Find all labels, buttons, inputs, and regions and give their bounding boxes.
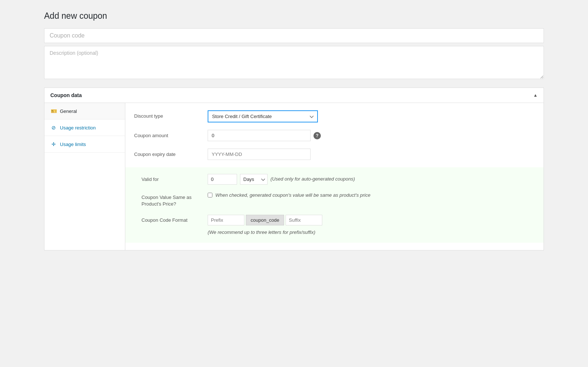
valid-for-label: Valid for — [141, 174, 208, 183]
days-select[interactable]: Days Weeks Months — [240, 174, 268, 185]
sidebar-item-usage-restriction[interactable]: ⊘ Usage restriction — [44, 120, 125, 136]
restriction-icon: ⊘ — [50, 125, 57, 131]
suffix-input[interactable] — [286, 215, 322, 225]
panel-header-title: Coupon data — [50, 92, 82, 98]
sidebar-item-usage-limits-label: Usage limits — [60, 142, 86, 147]
coupon-amount-label: Coupon amount — [134, 130, 208, 138]
days-select-wrapper: Days Weeks Months — [240, 174, 268, 185]
discount-type-select[interactable]: Percentage discount Fixed cart discount … — [208, 110, 318, 122]
coupon-expiry-row: Coupon expiry date — [134, 149, 535, 160]
coupon-value-same-description: When checked, generated coupon's value w… — [215, 192, 370, 199]
panel-toggle-icon[interactable]: ▲ — [533, 93, 538, 98]
coupon-code-format-note: (We recommend up to three letters for pr… — [208, 227, 431, 236]
discount-type-select-wrapper: Percentage discount Fixed cart discount … — [208, 110, 318, 122]
panel-body: 🎫 General ⊘ Usage restriction ✛ Usage li… — [44, 103, 544, 250]
discount-type-row: Discount type Percentage discount Fixed … — [134, 110, 535, 122]
sidebar-item-usage-limits[interactable]: ✛ Usage limits — [44, 136, 125, 153]
coupon-code-format-control: coupon_code (We recommend up to three le… — [208, 215, 535, 236]
ticket-icon: 🎫 — [50, 108, 57, 114]
prefix-input[interactable] — [208, 215, 244, 225]
coupon-expiry-label: Coupon expiry date — [134, 149, 208, 157]
limits-icon: ✛ — [50, 141, 57, 147]
coupon-value-same-control: When checked, generated coupon's value w… — [208, 192, 535, 199]
coupon-expiry-input[interactable] — [208, 149, 311, 160]
valid-for-control: Days Weeks Months (Used only for auto-ge… — [208, 174, 535, 185]
coupon-value-same-label: Coupon Value Same as Product's Price? — [141, 192, 208, 207]
coupon-value-same-checkbox-wrapper: When checked, generated coupon's value w… — [208, 192, 370, 199]
coupon-code-badge: coupon_code — [246, 215, 284, 225]
discount-type-control: Percentage discount Fixed cart discount … — [208, 110, 535, 122]
green-section: Valid for Days Weeks Months (Used only f — [125, 167, 544, 243]
sidebar-nav: 🎫 General ⊘ Usage restriction ✛ Usage li… — [44, 103, 125, 250]
main-content: Discount type Percentage discount Fixed … — [125, 103, 544, 250]
page-title: Add new coupon — [44, 11, 544, 21]
page-container: Add new coupon Coupon data ▲ 🎫 General ⊘… — [44, 11, 544, 250]
discount-type-label: Discount type — [134, 110, 208, 119]
coupon-amount-control: ? — [208, 130, 535, 141]
coupon-code-format-label: Coupon Code Format — [141, 215, 208, 224]
sidebar-item-usage-restriction-label: Usage restriction — [60, 125, 96, 131]
coupon-code-input[interactable] — [44, 28, 544, 43]
coupon-value-same-checkbox[interactable] — [208, 193, 212, 197]
description-textarea[interactable] — [44, 46, 544, 79]
coupon-amount-input[interactable] — [208, 130, 311, 141]
coupon-data-panel: Coupon data ▲ 🎫 General ⊘ Usage restrict… — [44, 88, 544, 250]
panel-header: Coupon data ▲ — [44, 88, 544, 103]
coupon-expiry-control — [208, 149, 535, 160]
sidebar-item-general-label: General — [60, 108, 77, 114]
valid-for-row: Valid for Days Weeks Months (Used only f — [141, 174, 535, 185]
coupon-value-same-row: Coupon Value Same as Product's Price? Wh… — [141, 192, 535, 207]
valid-for-note: (Used only for auto-generated coupons) — [270, 174, 355, 182]
coupon-amount-row: Coupon amount ? — [134, 130, 535, 141]
coupon-code-format-row: Coupon Code Format coupon_code (We recom… — [141, 215, 535, 236]
coupon-format-row: coupon_code (We recommend up to three le… — [208, 215, 431, 236]
valid-for-input[interactable] — [208, 174, 237, 185]
sidebar-item-general[interactable]: 🎫 General — [44, 103, 125, 120]
coupon-amount-help-icon: ? — [313, 132, 321, 139]
